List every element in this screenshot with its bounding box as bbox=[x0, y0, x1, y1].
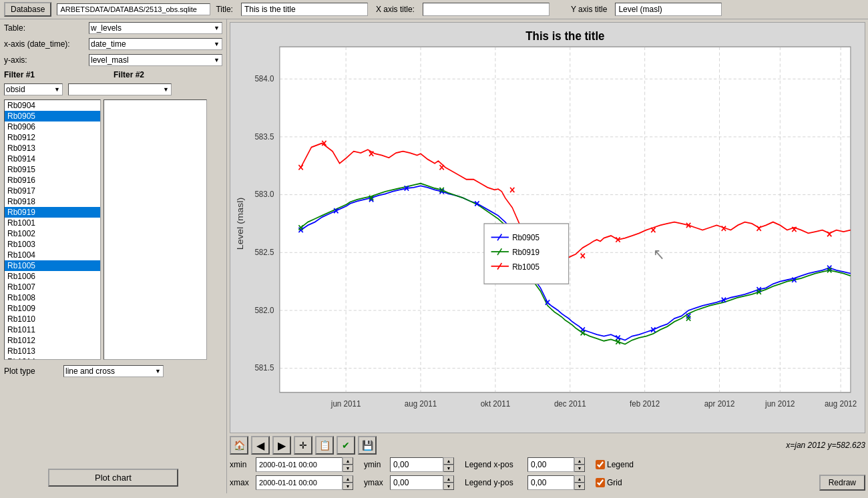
legend-xpos-up-btn[interactable]: ▲ bbox=[574, 457, 585, 465]
svg-text:584.0: 584.0 bbox=[254, 73, 274, 83]
svg-text:jun 2012: jun 2012 bbox=[765, 399, 795, 409]
xmax-down-btn[interactable]: ▼ bbox=[343, 483, 353, 490]
svg-text:↖: ↖ bbox=[653, 246, 665, 264]
obsid-listbox[interactable]: Rb0904Rb0905Rb0906Rb0912Rb0913Rb0914Rb09… bbox=[4, 99, 101, 360]
x-axis-title-input[interactable] bbox=[423, 3, 550, 16]
filter2-listbox[interactable] bbox=[103, 99, 207, 360]
list-item[interactable]: Rb1006 bbox=[5, 271, 100, 282]
copy-icon: 📋 bbox=[319, 440, 331, 451]
xmax-input[interactable] bbox=[256, 475, 343, 490]
xmax-spin: ▲ ▼ bbox=[256, 475, 353, 490]
legend-checkbox[interactable] bbox=[596, 460, 605, 469]
legend-ypos-label: Legend y-pos bbox=[465, 478, 525, 487]
coords-display: x=jan 2012 y=582.623 bbox=[786, 441, 865, 450]
ymin-input[interactable] bbox=[390, 457, 443, 472]
ymin-down-btn[interactable]: ▼ bbox=[443, 465, 454, 472]
list-item[interactable]: Rb1002 bbox=[5, 228, 100, 239]
listbox-area: Rb0904Rb0905Rb0906Rb0912Rb0913Rb0914Rb09… bbox=[4, 99, 222, 360]
filter1-label: Filter #1 bbox=[4, 70, 57, 79]
svg-text:apr 2012: apr 2012 bbox=[704, 399, 735, 409]
plot-type-select-wrap: line and cross line cross bar step bbox=[63, 365, 164, 377]
legend-ypos-up-btn[interactable]: ▲ bbox=[574, 475, 585, 483]
right-panel: This is the title bbox=[227, 19, 868, 493]
legend-xpos-label: Legend x-pos bbox=[465, 460, 525, 469]
legend-xpos-spin-btns: ▲ ▼ bbox=[574, 457, 585, 472]
list-item[interactable]: Rb1009 bbox=[5, 303, 100, 314]
xaxis-select[interactable]: date_time bbox=[89, 38, 222, 50]
list-item[interactable]: Rb1012 bbox=[5, 335, 100, 346]
list-item[interactable]: Rb0918 bbox=[5, 196, 100, 207]
plot-chart-button[interactable]: Plot chart bbox=[48, 469, 178, 487]
list-item[interactable]: Rb0906 bbox=[5, 121, 100, 132]
list-item[interactable]: Rb1010 bbox=[5, 314, 100, 324]
table-select[interactable]: w_levels bbox=[89, 22, 222, 34]
list-item[interactable]: Rb0915 bbox=[5, 164, 100, 175]
xmax-up-btn[interactable]: ▲ bbox=[343, 475, 353, 483]
legend-ypos-input[interactable] bbox=[527, 475, 574, 490]
list-item[interactable]: Rb0912 bbox=[5, 132, 100, 143]
check-button[interactable]: ✔ bbox=[337, 436, 355, 455]
chart-svg: This is the title bbox=[230, 23, 865, 433]
ymin-label: ymin bbox=[364, 460, 387, 469]
yaxis-select[interactable]: level_masl bbox=[89, 54, 222, 66]
list-item[interactable]: Rb1014 bbox=[5, 356, 100, 360]
save-button[interactable]: 💾 bbox=[358, 436, 377, 455]
ymin-up-btn[interactable]: ▲ bbox=[443, 457, 454, 465]
list-item[interactable]: Rb1005 bbox=[5, 260, 100, 271]
ymax-down-btn[interactable]: ▼ bbox=[443, 483, 454, 490]
list-item[interactable]: Rb0905 bbox=[5, 111, 100, 121]
plot-type-select[interactable]: line and cross line cross bar step bbox=[63, 365, 164, 377]
plot-type-label: Plot type bbox=[4, 366, 61, 376]
ymax-up-btn[interactable]: ▲ bbox=[443, 475, 454, 483]
list-item[interactable]: Rb0904 bbox=[5, 100, 100, 111]
list-item[interactable]: Rb0919 bbox=[5, 207, 100, 218]
database-button[interactable]: Database bbox=[4, 2, 51, 17]
list-item[interactable]: Rb1011 bbox=[5, 324, 100, 335]
ymax-label: ymax bbox=[364, 478, 387, 487]
filter1-select-wrap: obsid bbox=[4, 83, 63, 95]
list-item[interactable]: Rb1008 bbox=[5, 292, 100, 303]
y-axis-title-input[interactable] bbox=[615, 3, 722, 16]
copy-button[interactable]: 📋 bbox=[315, 436, 334, 455]
svg-text:Rb0919: Rb0919 bbox=[512, 247, 539, 257]
back-button[interactable]: ◀ bbox=[251, 436, 270, 455]
home-button[interactable]: 🏠 bbox=[230, 436, 248, 455]
legend-xpos-spin: ▲ ▼ bbox=[527, 457, 585, 472]
yaxis-row: y-axis: level_masl bbox=[4, 54, 222, 66]
legend-xpos-down-btn[interactable]: ▼ bbox=[574, 465, 585, 472]
filter-selects-row: obsid bbox=[4, 83, 222, 95]
filter2-select-wrap bbox=[68, 83, 172, 95]
list-item[interactable]: Rb0916 bbox=[5, 175, 100, 186]
ymin-group: ymin ▲ ▼ bbox=[364, 457, 454, 472]
list-item[interactable]: Rb0913 bbox=[5, 143, 100, 154]
list-item[interactable]: Rb1003 bbox=[5, 239, 100, 250]
filter2-select[interactable] bbox=[68, 83, 172, 95]
chart-title: This is the title bbox=[525, 29, 604, 43]
title-field-row: Title: X axis title: Y axis title bbox=[216, 3, 864, 16]
ymax-spin-btns: ▲ ▼ bbox=[443, 475, 454, 490]
legend-xpos-input[interactable] bbox=[527, 457, 574, 472]
list-item[interactable]: Rb0914 bbox=[5, 154, 100, 164]
pan-button[interactable]: ✛ bbox=[294, 436, 312, 455]
xmin-down-btn[interactable]: ▼ bbox=[343, 465, 353, 472]
list-item[interactable]: Rb1001 bbox=[5, 218, 100, 228]
db-path: ARBETSDATA/DATABAS/2513_obs.sqlite bbox=[57, 3, 210, 15]
xmin-up-btn[interactable]: ▲ bbox=[343, 457, 353, 465]
list-item[interactable]: Rb1007 bbox=[5, 282, 100, 292]
redraw-button[interactable]: Redraw bbox=[819, 475, 865, 491]
list-item[interactable]: Rb1004 bbox=[5, 250, 100, 260]
toolbar-row: 🏠 ◀ ▶ ✛ 📋 ✔ 💾 bbox=[230, 433, 865, 457]
top-header: Database ARBETSDATA/DATABAS/2513_obs.sql… bbox=[0, 0, 868, 19]
xmin-label: xmin bbox=[230, 460, 253, 469]
y-axis-title-label: Y axis title bbox=[571, 5, 607, 14]
filter1-select[interactable]: obsid bbox=[4, 83, 63, 95]
list-item[interactable]: Rb1013 bbox=[5, 346, 100, 356]
ymax-input[interactable] bbox=[390, 475, 443, 490]
legend-ypos-down-btn[interactable]: ▼ bbox=[574, 483, 585, 490]
title-input[interactable] bbox=[241, 3, 368, 16]
forward-button[interactable]: ▶ bbox=[272, 436, 291, 455]
grid-checkbox[interactable] bbox=[596, 478, 605, 487]
svg-text:583.5: 583.5 bbox=[254, 132, 274, 142]
xmin-input[interactable] bbox=[256, 457, 343, 472]
list-item[interactable]: Rb0917 bbox=[5, 186, 100, 196]
